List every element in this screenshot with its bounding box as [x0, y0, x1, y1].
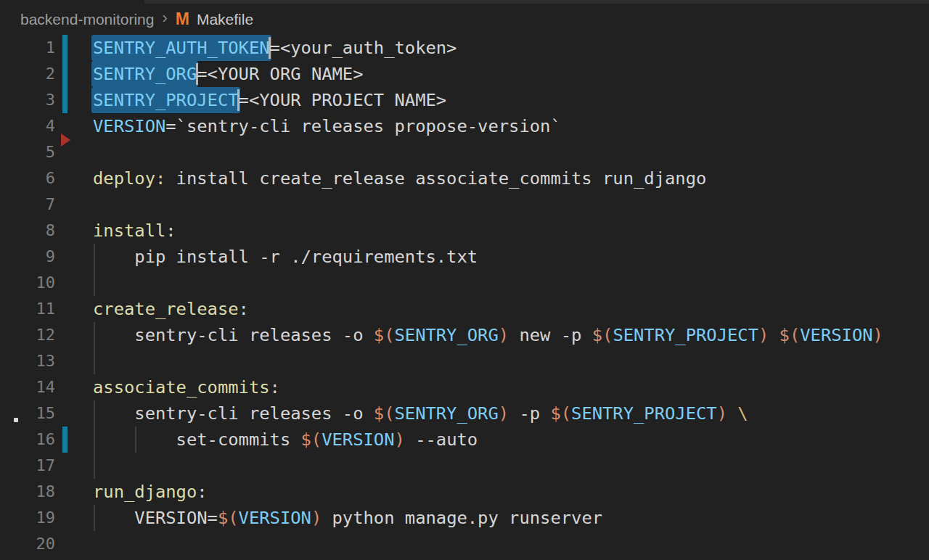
code-token: $(	[550, 403, 571, 424]
line-number[interactable]: 14	[0, 374, 55, 400]
selection-highlight: SENTRY_PROJECT	[91, 87, 240, 113]
code-line[interactable]: 4VERSION=`sentry-cli releases propose-ve…	[0, 113, 929, 139]
code-text: SENTRY_ORG=<YOUR ORG NAME>	[93, 61, 364, 87]
code-token: : install create_release associate_commi…	[155, 168, 706, 189]
line-number[interactable]: 17	[0, 453, 55, 479]
code-token: :	[239, 299, 249, 319]
code-token: =<your_auth_token>	[270, 38, 457, 58]
code-token: :	[270, 377, 280, 398]
line-number[interactable]: 6	[0, 165, 55, 192]
code-line[interactable]: 3SENTRY_PROJECT=<YOUR PROJECT NAME>	[0, 87, 929, 113]
line-number[interactable]: 7	[0, 192, 55, 218]
code-token: VERSION	[239, 508, 311, 528]
code-token: -p	[509, 403, 550, 424]
line-number[interactable]: 8	[0, 218, 55, 244]
code-token	[769, 325, 779, 345]
code-token: $(	[374, 403, 395, 424]
line-number[interactable]: 16	[0, 427, 55, 453]
code-token: $(	[301, 429, 322, 450]
red-marker-icon	[61, 133, 70, 147]
code-line[interactable]: 11create_release:	[0, 296, 929, 322]
line-number[interactable]: 19	[0, 505, 55, 531]
code-token: associate_commits	[93, 377, 270, 398]
code-text: VERSION=$(VERSION) python manage.py runs…	[93, 505, 602, 531]
line-number[interactable]: 18	[0, 479, 55, 505]
code-token: create_release	[93, 299, 239, 319]
code-token: sentry-cli releases -o	[93, 325, 374, 345]
line-number[interactable]: 15	[0, 400, 55, 427]
code-token: )	[499, 325, 509, 345]
line-number[interactable]: 3	[0, 87, 55, 113]
code-token	[727, 403, 737, 424]
code-token: )	[758, 325, 769, 345]
code-token: )	[311, 508, 322, 528]
indent-guide	[94, 348, 95, 374]
code-token: $(	[374, 325, 395, 345]
left-margin-dot	[14, 418, 18, 422]
code-token: )	[717, 403, 727, 424]
code-token: set-commits	[93, 429, 301, 450]
code-line[interactable]: 20	[0, 531, 929, 557]
line-number[interactable]: 2	[0, 61, 55, 87]
code-token: SENTRY_ORG	[394, 325, 498, 345]
code-token: SENTRY_PROJECT	[571, 403, 717, 424]
line-number[interactable]: 1	[0, 35, 55, 61]
code-line[interactable]: 7	[0, 192, 929, 218]
code-line[interactable]: 13	[0, 348, 929, 374]
code-token: VERSION=	[93, 508, 218, 528]
breadcrumb[interactable]: backend-monitoring › M Makefile	[0, 4, 929, 35]
code-line[interactable]: 12 sentry-cli releases -o $(SENTRY_ORG) …	[0, 322, 929, 348]
code-line[interactable]: 14associate_commits:	[0, 374, 929, 400]
breadcrumb-folder[interactable]: backend-monitoring	[20, 11, 154, 28]
code-token: $(	[218, 508, 239, 528]
indent-guide	[94, 453, 95, 479]
line-number[interactable]: 20	[0, 531, 55, 557]
code-token: python manage.py runserver	[322, 508, 602, 528]
code-token: :	[197, 482, 207, 502]
code-token: install	[93, 221, 165, 241]
code-line[interactable]: 18run_django:	[0, 479, 929, 505]
line-number[interactable]: 5	[0, 139, 55, 165]
modified-line-indicator	[62, 87, 67, 113]
code-token: pip install -r ./requirements.txt	[93, 247, 478, 267]
line-number[interactable]: 9	[0, 244, 55, 270]
code-line[interactable]: 15 sentry-cli releases -o $(SENTRY_ORG) …	[0, 400, 929, 427]
line-number[interactable]: 13	[0, 348, 55, 374]
code-token: --auto	[405, 429, 478, 450]
editor-lines[interactable]: 1SENTRY_AUTH_TOKEN=<your_auth_token>2SEN…	[0, 35, 929, 557]
code-text: sentry-cli releases -o $(SENTRY_ORG) -p …	[93, 400, 748, 427]
code-text: run_django:	[93, 479, 208, 505]
line-number[interactable]: 10	[0, 270, 55, 296]
code-line[interactable]: 8install:	[0, 218, 929, 244]
code-line[interactable]: 9 pip install -r ./requirements.txt	[0, 244, 929, 270]
line-number[interactable]: 4	[0, 113, 55, 139]
line-number[interactable]: 11	[0, 296, 55, 322]
code-text: SENTRY_PROJECT=<YOUR PROJECT NAME>	[93, 87, 446, 113]
line-number[interactable]: 12	[0, 322, 55, 348]
code-line[interactable]: 17	[0, 453, 929, 479]
code-text: associate_commits:	[93, 374, 280, 400]
code-line[interactable]: 19 VERSION=$(VERSION) python manage.py r…	[0, 505, 929, 531]
code-line[interactable]: 2SENTRY_ORG=<YOUR ORG NAME>	[0, 61, 929, 87]
code-token: )	[873, 325, 883, 345]
code-token: deploy	[93, 168, 155, 189]
code-line[interactable]: 5	[0, 139, 929, 165]
code-token: sentry-cli releases -o	[93, 403, 374, 424]
code-text: set-commits $(VERSION) --auto	[93, 427, 478, 453]
indent-guide	[94, 270, 95, 296]
modified-line-indicator	[62, 427, 67, 453]
makefile-icon: M	[176, 9, 189, 29]
breadcrumb-file[interactable]: Makefile	[197, 11, 253, 28]
code-line[interactable]: 10	[0, 270, 929, 296]
code-token: $(	[592, 325, 613, 345]
code-line[interactable]: 6deploy: install create_release associat…	[0, 165, 929, 192]
code-line[interactable]: 16 set-commits $(VERSION) --auto	[0, 427, 929, 453]
code-token: =<YOUR ORG NAME>	[197, 64, 363, 84]
chevron-right-icon: ›	[162, 9, 167, 28]
code-token: run_django	[93, 482, 197, 502]
code-line[interactable]: 1SENTRY_AUTH_TOKEN=<your_auth_token>	[0, 35, 929, 61]
selection-highlight: SENTRY_AUTH_TOKEN	[91, 35, 271, 61]
code-token: =<YOUR PROJECT NAME>	[239, 90, 447, 110]
code-token: =`sentry-cli releases propose-version`	[165, 116, 560, 136]
code-token: $(	[779, 325, 801, 345]
